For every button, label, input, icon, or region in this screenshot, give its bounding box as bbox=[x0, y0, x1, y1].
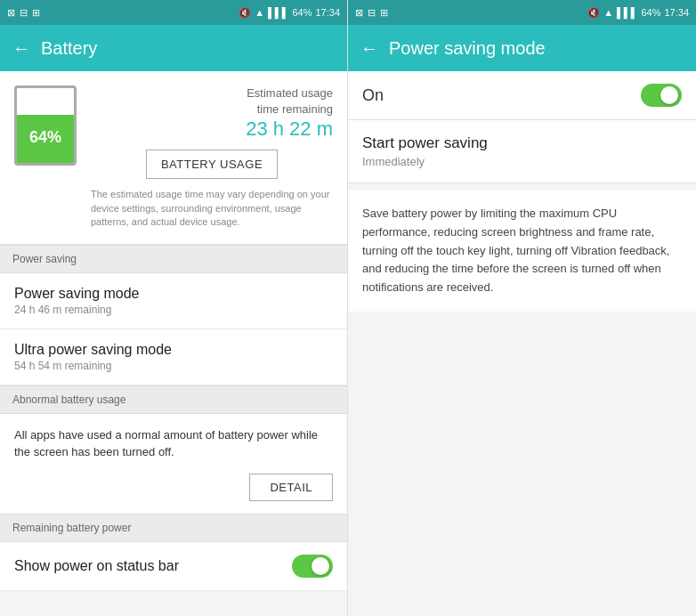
ultra-power-saving-item[interactable]: Ultra power saving mode 54 h 54 m remain… bbox=[0, 329, 347, 385]
time-right: 17:34 bbox=[664, 7, 689, 18]
status-r-icon-1: ⊠ bbox=[355, 7, 363, 19]
status-right-right-info: 🔇 ▲ ▌▌▌ 64% 17:34 bbox=[587, 7, 689, 19]
on-row: On bbox=[348, 71, 696, 120]
signal-icon-right: ▌▌▌ bbox=[617, 7, 637, 18]
battery-icon-wrap: 64% bbox=[14, 85, 77, 166]
battery-status: 64% bbox=[292, 7, 312, 18]
description-section: Save battery power by limiting the maxim… bbox=[348, 190, 696, 312]
wifi-icon: ▲ bbox=[255, 7, 264, 18]
page-title-left: Battery bbox=[41, 38, 97, 59]
back-button-left[interactable]: ← bbox=[12, 38, 30, 59]
show-power-toggle-row: Show power on status bar bbox=[0, 542, 347, 591]
mute-icon-right: 🔇 bbox=[587, 7, 600, 19]
start-power-sub: Immediately bbox=[362, 155, 682, 168]
status-bar-left: ⊠ ⊟ ⊞ 🔇 ▲ ▌▌▌ 64% 17:34 bbox=[0, 0, 347, 25]
status-right-info: 🔇 ▲ ▌▌▌ 64% 17:34 bbox=[239, 7, 340, 19]
left-panel: ⊠ ⊟ ⊞ 🔇 ▲ ▌▌▌ 64% 17:34 ← Battery 64% Es… bbox=[0, 0, 348, 616]
abnormal-battery-header: Abnormal battery usage bbox=[0, 385, 347, 414]
ultra-power-saving-sub: 54 h 54 m remaining bbox=[14, 360, 333, 372]
start-power-section[interactable]: Start power saving Immediately bbox=[348, 120, 696, 183]
battery-icon: 64% bbox=[14, 85, 77, 166]
time-remaining: 23 h 22 m bbox=[91, 118, 333, 141]
status-r-icon-3: ⊞ bbox=[380, 7, 388, 19]
show-power-toggle[interactable] bbox=[292, 555, 333, 578]
status-icon-1: ⊠ bbox=[7, 7, 15, 19]
power-saving-header: Power saving bbox=[0, 245, 347, 273]
mute-icon: 🔇 bbox=[239, 7, 251, 19]
battery-info: Estimated usagetime remaining 23 h 22 m … bbox=[91, 85, 333, 230]
status-right-left-icons: ⊠ ⊟ ⊞ bbox=[355, 7, 388, 19]
battery-note: The estimated usage time may vary depend… bbox=[91, 188, 333, 229]
abnormal-battery-text: All apps have used a normal amount of ba… bbox=[0, 414, 347, 466]
show-power-label: Show power on status bar bbox=[14, 558, 179, 574]
battery-usage-button[interactable]: BATTERY USAGE bbox=[146, 150, 278, 179]
header-right: ← Power saving mode bbox=[348, 25, 696, 71]
description-text: Save battery power by limiting the maxim… bbox=[362, 205, 682, 297]
detail-button[interactable]: DETAIL bbox=[249, 474, 333, 501]
on-label: On bbox=[362, 86, 384, 105]
header-left: ← Battery bbox=[0, 25, 347, 71]
status-icon-2: ⊟ bbox=[20, 7, 28, 19]
ultra-power-saving-title: Ultra power saving mode bbox=[14, 342, 333, 358]
status-icon-3: ⊞ bbox=[32, 7, 40, 19]
battery-section: 64% Estimated usagetime remaining 23 h 2… bbox=[0, 71, 347, 245]
status-left-icons: ⊠ ⊟ ⊞ bbox=[7, 7, 40, 19]
battery-status-right: 64% bbox=[641, 7, 660, 18]
detail-btn-wrap: DETAIL bbox=[0, 466, 347, 514]
power-saving-mode-title: Power saving mode bbox=[14, 286, 333, 302]
on-toggle[interactable] bbox=[641, 84, 682, 107]
start-power-title: Start power saving bbox=[362, 134, 682, 152]
estimated-label: Estimated usagetime remaining bbox=[91, 85, 333, 118]
page-title-right: Power saving mode bbox=[389, 38, 546, 59]
right-panel: ⊠ ⊟ ⊞ 🔇 ▲ ▌▌▌ 64% 17:34 ← Power saving m… bbox=[348, 0, 696, 616]
status-bar-right: ⊠ ⊟ ⊞ 🔇 ▲ ▌▌▌ 64% 17:34 bbox=[348, 0, 696, 25]
time-left: 17:34 bbox=[315, 7, 340, 18]
wifi-icon-right: ▲ bbox=[603, 7, 613, 18]
remaining-battery-header: Remaining battery power bbox=[0, 514, 347, 542]
battery-percent: 64% bbox=[17, 128, 74, 147]
back-button-right[interactable]: ← bbox=[360, 38, 378, 59]
power-saving-mode-item[interactable]: Power saving mode 24 h 46 m remaining bbox=[0, 273, 347, 329]
status-r-icon-2: ⊟ bbox=[368, 7, 376, 19]
power-saving-mode-sub: 24 h 46 m remaining bbox=[14, 304, 333, 316]
signal-icon: ▌▌▌ bbox=[268, 7, 288, 18]
